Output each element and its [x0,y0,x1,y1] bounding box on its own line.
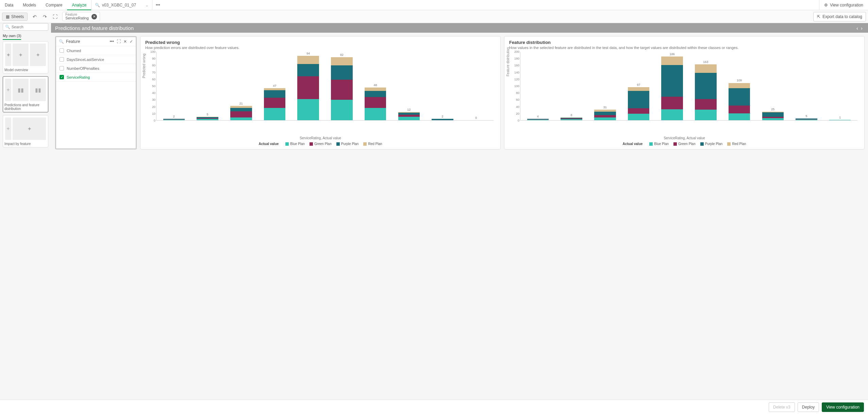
legend-item[interactable]: Purple Plan [700,142,723,146]
legend-item[interactable]: Blue Plan [285,142,305,146]
plus-icon: ✦ [5,44,11,66]
search-icon: 🔍 [59,39,64,44]
bar-chart-icon: ▮▮ [30,79,46,101]
sheets-button[interactable]: ▦ Sheets [2,13,28,21]
page-title: Predictions and feature distribution [55,25,134,31]
export-button[interactable]: ⇱ Export data to catalog [813,12,866,21]
more-menu[interactable]: ••• [152,3,164,7]
view-configuration-link[interactable]: ⚙ View configuration [819,0,868,10]
bar[interactable]: 109 [722,52,756,120]
bar[interactable]: 21 [224,52,258,120]
redo-icon[interactable]: ↷ [41,13,49,20]
prev-sheet-icon[interactable]: ‹ [855,25,859,31]
checkbox-icon: ✓ [60,75,64,79]
tab-data[interactable]: Data [0,0,18,10]
content-area: 🔍 Feature ••• ⛶ ✕ ✓ ChurnedDaysSinceLast… [51,33,868,153]
legend-item[interactable]: Red Plan [727,142,746,146]
marquee-icon[interactable]: ⛶ [51,13,59,20]
feature-panel-title: Feature [66,39,80,44]
more-icon[interactable]: ••• [110,39,114,44]
bar[interactable]: 31 [588,52,622,120]
next-sheet-icon[interactable]: › [859,25,864,31]
sheet-thumb-impact[interactable]: + ✦ Impact by feature [3,115,48,147]
top-tabs: Data Models Compare Analyze 🔍 v03_XGBC_0… [0,0,868,10]
bar[interactable]: 92 [325,52,359,120]
undo-icon[interactable]: ↶ [31,13,38,20]
bar[interactable]: 97 [622,52,655,120]
my-own-tab[interactable]: My own (3) [3,34,21,40]
legend-item[interactable]: Blue Plan [649,142,669,146]
bar[interactable]: 0 [459,52,493,120]
marquee-icon[interactable]: ⛶ [117,39,121,44]
search-input[interactable] [12,25,46,29]
model-name: v03_XGBC_01_07 [102,3,136,7]
feature-filter-panel: 🔍 Feature ••• ⛶ ✕ ✓ ChurnedDaysSinceLast… [55,36,137,149]
bar[interactable]: 5 [191,52,224,120]
feature-option[interactable]: NumberOfPenalties [56,64,136,73]
feature-option[interactable]: ✓ServiceRating [56,73,136,82]
close-icon[interactable]: ✕ [123,39,127,44]
search-icon: 🔍 [5,25,10,29]
legend-title: Actual value [258,142,279,146]
search-icon: 🔍 [95,3,100,7]
bar[interactable]: 4 [521,52,555,120]
bar[interactable]: 186 [655,52,689,120]
sheet-thumbnails-panel: 🔍 My own (3) ✦ ✦ ✦ Model overview + ▮▮ ▮… [0,33,51,153]
model-selector[interactable]: 🔍 v03_XGBC_01_07 ⌄ [91,0,152,10]
chevron-down-icon: ⌄ [145,3,149,7]
checkbox-icon [60,57,64,62]
bar[interactable]: 2 [426,52,460,120]
bar[interactable]: 2 [157,52,191,120]
bar[interactable]: 48 [358,52,392,120]
plus-icon: + [5,117,11,140]
export-icon: ⇱ [817,14,820,19]
confirm-icon[interactable]: ✓ [130,39,133,44]
legend-item[interactable]: Purple Plan [336,142,359,146]
legend-title: Actual value [622,142,642,146]
sheet-thumb-model-overview[interactable]: ✦ ✦ ✦ Model overview [3,41,48,74]
tab-analyze[interactable]: Analyze [67,0,91,10]
legend-item[interactable]: Green Plan [673,142,696,146]
tab-compare[interactable]: Compare [41,0,67,10]
legend-item[interactable]: Green Plan [310,142,332,146]
bar[interactable]: 47 [258,52,291,120]
search-input-wrap[interactable]: 🔍 [3,23,48,31]
bar[interactable]: 25 [756,52,790,120]
predicted-wrong-chart: Predicted wrong How prediction errors ar… [140,36,501,149]
bar-chart-icon: ▮▮ [13,79,29,101]
chip-close-icon[interactable]: ✕ [91,14,97,19]
bar[interactable]: 94 [291,52,325,120]
feature-option[interactable]: DaysSinceLastService [56,55,136,64]
bar[interactable]: 8 [555,52,588,120]
sheets-icon: ▦ [6,14,10,19]
bar[interactable]: 1 [823,52,857,120]
plus-icon: + [5,79,11,101]
feature-distribution-chart: Feature distribution How values in the s… [504,36,865,149]
sliders-icon: ⚙ [824,3,828,7]
toolbar: ▦ Sheets ↶ ↷ ⛶ Feature ServiceRating ✕ ⇱… [0,10,868,23]
filter-chip-feature[interactable]: Feature ServiceRating ✕ [62,12,100,21]
bar[interactable]: 12 [392,52,426,120]
bar[interactable]: 163 [689,52,723,120]
checkbox-icon [60,48,64,53]
tab-models[interactable]: Models [18,0,41,10]
bar[interactable]: 5 [790,52,823,120]
sheet-thumb-predictions[interactable]: + ▮▮ ▮▮ Predictions and feature distribu… [3,76,48,112]
page-title-bar: Predictions and feature distribution ‹ › [51,23,868,33]
legend-item[interactable]: Red Plan [363,142,382,146]
feature-option[interactable]: Churned [56,46,136,55]
checkbox-icon [60,66,64,70]
